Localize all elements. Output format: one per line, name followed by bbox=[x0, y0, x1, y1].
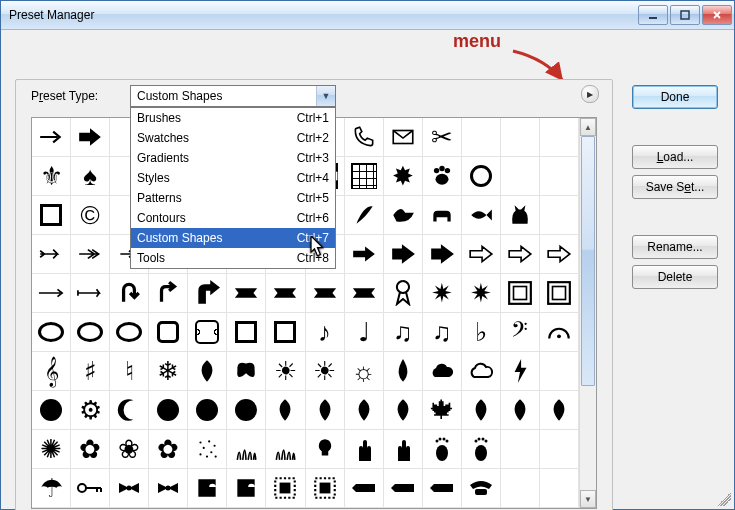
shape-grass[interactable] bbox=[227, 430, 266, 469]
scroll-track[interactable] bbox=[580, 136, 596, 490]
delete-button[interactable]: Delete bbox=[632, 265, 718, 289]
shape-arrow-big[interactable] bbox=[423, 235, 462, 274]
done-button[interactable]: Done bbox=[632, 85, 718, 109]
shape-arrow-hollow[interactable] bbox=[501, 235, 540, 274]
shape-bow[interactable] bbox=[149, 469, 188, 508]
shape-gear[interactable]: ⚙ bbox=[71, 391, 110, 430]
shape-burst[interactable]: ✺ bbox=[32, 430, 71, 469]
shape-envelope[interactable] bbox=[384, 118, 423, 157]
shape-umbrella[interactable]: ☂ bbox=[32, 469, 71, 508]
shape-drop[interactable] bbox=[384, 352, 423, 391]
close-button[interactable] bbox=[702, 5, 732, 25]
shape-empty[interactable] bbox=[462, 118, 501, 157]
scroll-down-button[interactable]: ▼ bbox=[580, 490, 596, 508]
shape-frame[interactable] bbox=[501, 274, 540, 313]
maximize-button[interactable] bbox=[670, 5, 700, 25]
shape-grass[interactable] bbox=[266, 430, 305, 469]
shape-seal[interactable]: ✷ bbox=[462, 274, 501, 313]
shape-feather[interactable] bbox=[345, 196, 384, 235]
shape-pencil[interactable] bbox=[423, 469, 462, 508]
scrollbar[interactable]: ▲ ▼ bbox=[579, 118, 596, 508]
shape-square-outline[interactable] bbox=[266, 313, 305, 352]
shape-copyright[interactable]: © bbox=[71, 196, 110, 235]
shape-blank[interactable] bbox=[540, 352, 579, 391]
shape-flower[interactable]: ✿ bbox=[71, 430, 110, 469]
shape-blank[interactable] bbox=[501, 430, 540, 469]
shape-maple-leaf[interactable]: 🍁︎ bbox=[423, 391, 462, 430]
shape-paw[interactable] bbox=[423, 157, 462, 196]
dropdown-item-styles[interactable]: StylesCtrl+4 bbox=[131, 168, 335, 188]
shape-flat[interactable]: ♭ bbox=[462, 313, 501, 352]
shape-lightning[interactable] bbox=[501, 352, 540, 391]
shape-oval-outline[interactable] bbox=[32, 313, 71, 352]
shape-arrow-hollow[interactable] bbox=[540, 235, 579, 274]
rename-button[interactable]: Rename... bbox=[632, 235, 718, 259]
shape-starburst[interactable]: ✸ bbox=[384, 157, 423, 196]
shape-phone[interactable] bbox=[462, 469, 501, 508]
shape-blob[interactable] bbox=[188, 391, 227, 430]
shape-empty[interactable] bbox=[540, 196, 579, 235]
shape-sun-outline[interactable]: ☼ bbox=[345, 352, 384, 391]
shape-cloud-outline[interactable] bbox=[462, 352, 501, 391]
dropdown-item-swatches[interactable]: SwatchesCtrl+2 bbox=[131, 128, 335, 148]
shape-flower[interactable]: ✿ bbox=[149, 430, 188, 469]
minimize-button[interactable] bbox=[638, 5, 668, 25]
shape-square-outline[interactable] bbox=[227, 313, 266, 352]
scroll-up-button[interactable]: ▲ bbox=[580, 118, 596, 136]
save-set-button[interactable]: Save Set... bbox=[632, 175, 718, 199]
load-button[interactable]: Load... bbox=[632, 145, 718, 169]
shape-empty[interactable] bbox=[501, 118, 540, 157]
shape-turn-right-bold[interactable] bbox=[188, 274, 227, 313]
shape-leaf[interactable] bbox=[306, 391, 345, 430]
shape-oval-outline[interactable] bbox=[110, 313, 149, 352]
dropdown-item-patterns[interactable]: PatternsCtrl+5 bbox=[131, 188, 335, 208]
shape-turn-right[interactable] bbox=[149, 274, 188, 313]
shape-foot[interactable] bbox=[462, 430, 501, 469]
shape-fermata[interactable] bbox=[540, 313, 579, 352]
shape-stamp[interactable] bbox=[266, 469, 305, 508]
shape-u-turn[interactable] bbox=[110, 274, 149, 313]
shape-leaf[interactable] bbox=[540, 391, 579, 430]
shape-leaf[interactable] bbox=[188, 352, 227, 391]
shape-hand[interactable] bbox=[345, 430, 384, 469]
shape-leaf[interactable] bbox=[501, 391, 540, 430]
shape-quarter-note[interactable]: ♩ bbox=[345, 313, 384, 352]
shape-butterfly[interactable] bbox=[227, 352, 266, 391]
shape-arrow-bold-right[interactable] bbox=[71, 118, 110, 157]
shape-bass-clef[interactable]: 𝄢 bbox=[501, 313, 540, 352]
shape-empty[interactable] bbox=[540, 118, 579, 157]
shape-banner[interactable] bbox=[345, 274, 384, 313]
shape-hand[interactable] bbox=[384, 430, 423, 469]
shape-fish[interactable] bbox=[462, 196, 501, 235]
scroll-thumb[interactable] bbox=[581, 136, 595, 386]
shape-blank[interactable] bbox=[540, 469, 579, 508]
shape-bow[interactable] bbox=[110, 469, 149, 508]
resize-grip[interactable] bbox=[717, 492, 731, 506]
shape-wavy-square[interactable] bbox=[188, 313, 227, 352]
shape-empty[interactable] bbox=[501, 157, 540, 196]
shape-banner[interactable] bbox=[227, 274, 266, 313]
shape-seal[interactable]: ✷ bbox=[423, 274, 462, 313]
shape-scissors[interactable]: ✂ bbox=[423, 118, 462, 157]
shape-key[interactable] bbox=[71, 469, 110, 508]
shape-flower-outline[interactable]: ❀ bbox=[110, 430, 149, 469]
shape-treble-clef[interactable]: 𝄞 bbox=[32, 352, 71, 391]
shape-arrow-big[interactable] bbox=[384, 235, 423, 274]
shape-spade[interactable]: ♠ bbox=[71, 157, 110, 196]
shape-ribbon[interactable] bbox=[384, 274, 423, 313]
shape-blank[interactable] bbox=[540, 430, 579, 469]
preset-type-dropdown[interactable]: Custom Shapes ▼ bbox=[130, 85, 336, 107]
titlebar[interactable]: Preset Manager bbox=[1, 1, 734, 30]
shape-rounded-square[interactable] bbox=[149, 313, 188, 352]
shape-cat[interactable] bbox=[501, 196, 540, 235]
dropdown-item-gradients[interactable]: GradientsCtrl+3 bbox=[131, 148, 335, 168]
shape-dots[interactable] bbox=[188, 430, 227, 469]
shape-arrow-thin-right[interactable] bbox=[32, 118, 71, 157]
chevron-down-icon[interactable]: ▼ bbox=[316, 86, 335, 106]
shape-beamed-notes[interactable]: ♫ bbox=[423, 313, 462, 352]
shape-frame[interactable] bbox=[540, 274, 579, 313]
shape-puzzle[interactable] bbox=[188, 469, 227, 508]
shape-blob[interactable] bbox=[149, 391, 188, 430]
shape-eighth-note[interactable]: ♪ bbox=[306, 313, 345, 352]
dropdown-item-contours[interactable]: ContoursCtrl+6 bbox=[131, 208, 335, 228]
